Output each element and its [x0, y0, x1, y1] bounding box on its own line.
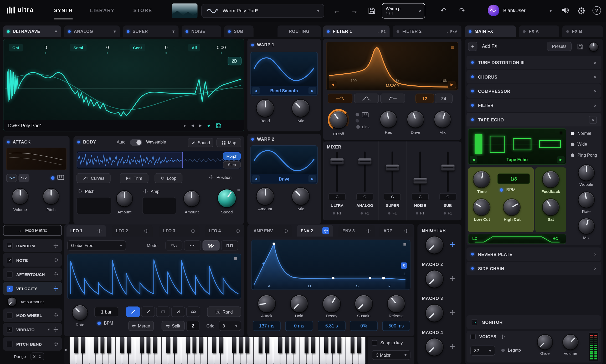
- tab-amp-env[interactable]: AMP ENV: [250, 225, 292, 237]
- tab-arp[interactable]: ARP: [379, 225, 413, 237]
- tab-noise[interactable]: NOISE: [182, 25, 221, 37]
- auto-toggle[interactable]: [130, 139, 142, 146]
- tab-fx-b[interactable]: FX B: [562, 25, 603, 37]
- oct-value[interactable]: 0: [44, 45, 47, 50]
- mixer-routing-badge[interactable]: F1: [407, 211, 434, 215]
- piano-black-key[interactable]: [324, 337, 328, 353]
- move-icon[interactable]: [404, 228, 409, 233]
- piano-black-key[interactable]: [265, 337, 269, 353]
- mixer-fader-track[interactable]: [447, 152, 449, 192]
- mod-source-vibrato[interactable]: VIBRATO ▾: [3, 323, 62, 336]
- mixer-fader-track[interactable]: [364, 152, 366, 192]
- filter-display[interactable]: ≡ 100 1k 10k MS200 ◀ ▶: [326, 42, 458, 90]
- move-icon[interactable]: [53, 257, 58, 262]
- chevron-down-icon[interactable]: ▾: [48, 327, 50, 332]
- fx-enabled-dot[interactable]: [471, 104, 474, 107]
- wavetable-selection[interactable]: [78, 152, 183, 168]
- attack-mode-w-button[interactable]: [19, 174, 29, 182]
- wavetable-strip[interactable]: Morph Step: [76, 151, 241, 170]
- volume-icon[interactable]: [562, 7, 569, 13]
- split-count-value[interactable]: 2: [186, 321, 199, 331]
- main-fx-dot[interactable]: [469, 30, 471, 33]
- tape-high-cut-knob[interactable]: [504, 199, 520, 215]
- env-attack-knob[interactable]: [258, 295, 275, 312]
- piano-black-key[interactable]: [245, 337, 249, 353]
- super-enabled-dot[interactable]: [127, 30, 129, 33]
- env-attack-value[interactable]: 137 ms: [253, 321, 281, 331]
- nav-tab-library[interactable]: LIBRARY: [90, 8, 115, 13]
- attack-enabled-dot[interactable]: [7, 141, 9, 143]
- tab-filter2[interactable]: FILTER 2 →FxA: [393, 25, 461, 37]
- tape-wobble-knob[interactable]: [579, 165, 594, 181]
- mixer-fader-handle[interactable]: [414, 178, 427, 184]
- filter-mod-dot-2[interactable]: [356, 119, 359, 122]
- move-icon[interactable]: [450, 276, 455, 281]
- fx-item-compressor[interactable]: COMPRESSOR ×: [466, 84, 601, 98]
- piano-black-key[interactable]: [219, 337, 223, 353]
- warp1-mode-name[interactable]: Bend Smooth: [270, 88, 298, 93]
- oct-label[interactable]: Oct: [9, 44, 23, 51]
- macro2-knob[interactable]: [426, 270, 443, 288]
- mod-source-note[interactable]: NOTE: [3, 253, 62, 266]
- piano-black-key[interactable]: [94, 337, 98, 353]
- mixer-fader-track[interactable]: [419, 152, 421, 192]
- tab-env2[interactable]: ENV 2: [297, 225, 333, 237]
- mixer-fader-track[interactable]: [336, 152, 338, 192]
- split-button[interactable]: ⇆ Split: [162, 321, 185, 331]
- settings-dots-icon[interactable]: [577, 7, 585, 14]
- mixer-pan-button[interactable]: C: [356, 193, 373, 200]
- filter-mix-knob[interactable]: [434, 111, 451, 128]
- analog-enabled-dot[interactable]: [68, 30, 71, 33]
- filter-drive-knob[interactable]: [407, 111, 424, 128]
- piano-black-key[interactable]: [258, 337, 262, 353]
- warp1-bend-knob[interactable]: [257, 100, 274, 117]
- filter1-enabled-dot[interactable]: [327, 30, 330, 33]
- help-button[interactable]: ?: [593, 6, 601, 15]
- next-wavetable-button[interactable]: ▶: [199, 124, 202, 128]
- wavetable-name[interactable]: Dw8k Poly Pad*: [8, 123, 178, 129]
- favorite-heart-icon[interactable]: ♥: [207, 123, 210, 129]
- fx-mix-mini-knob[interactable]: [589, 43, 598, 51]
- warp2-prev-button[interactable]: ◀: [252, 175, 260, 182]
- tab-sub[interactable]: SUB: [224, 25, 254, 37]
- move-icon[interactable]: [450, 344, 455, 349]
- move-icon-active[interactable]: [322, 227, 329, 234]
- fx-enabled-dot[interactable]: [471, 75, 474, 78]
- piano-black-key[interactable]: [153, 337, 157, 353]
- semi-value[interactable]: 0: [106, 45, 109, 50]
- lfo-sync-select[interactable]: Global Free ▾: [67, 240, 126, 250]
- remove-fx-icon[interactable]: ×: [594, 74, 597, 80]
- amp-curve-box[interactable]: [142, 197, 176, 214]
- noise-enabled-dot[interactable]: [186, 30, 188, 33]
- warp1-mix-knob[interactable]: [292, 100, 309, 117]
- tab-analog[interactable]: ANALOG ▾: [64, 25, 120, 37]
- res-knob[interactable]: [380, 111, 397, 128]
- move-icon[interactable]: [500, 334, 505, 339]
- env-sustain-value[interactable]: 0%: [350, 321, 378, 331]
- piano-black-key[interactable]: [81, 337, 85, 353]
- lfo-display[interactable]: ≡: [67, 254, 241, 299]
- lfo-time-value[interactable]: 1 bar: [94, 307, 118, 317]
- mixer-pan-button[interactable]: C: [329, 193, 346, 200]
- fx-a-dot[interactable]: [523, 30, 526, 33]
- piano-black-key[interactable]: [127, 337, 131, 353]
- fx-item-side-chain[interactable]: SIDE CHAIN ×: [466, 262, 601, 275]
- grid-select[interactable]: 8 ▾: [219, 321, 241, 331]
- attack-keytrack-dot[interactable]: [51, 176, 54, 180]
- mod-source-velocity[interactable]: VELOCITY: [3, 282, 62, 295]
- env-decay-value[interactable]: 6.81 s: [318, 321, 346, 331]
- piano-black-key[interactable]: [101, 337, 105, 353]
- move-icon[interactable]: [191, 228, 196, 233]
- macro4-knob[interactable]: [426, 339, 443, 356]
- tape-low-cut-knob[interactable]: [474, 199, 490, 215]
- tab-lfo2[interactable]: LFO 2: [112, 225, 153, 237]
- remove-fx-icon[interactable]: ×: [594, 88, 597, 94]
- ultra-logo[interactable]: ultra: [7, 6, 34, 14]
- curves-button[interactable]: Curves: [76, 173, 110, 183]
- amp-amount-knob[interactable]: [184, 191, 199, 207]
- ultrawave-waveform[interactable]: [5, 54, 243, 120]
- env-loop-mode-button[interactable]: L: [404, 272, 406, 276]
- nav-tab-store[interactable]: STORE: [133, 8, 152, 13]
- mod-matrix-button[interactable]: → Mod Matrix: [3, 225, 62, 236]
- piano-black-key[interactable]: [291, 337, 295, 353]
